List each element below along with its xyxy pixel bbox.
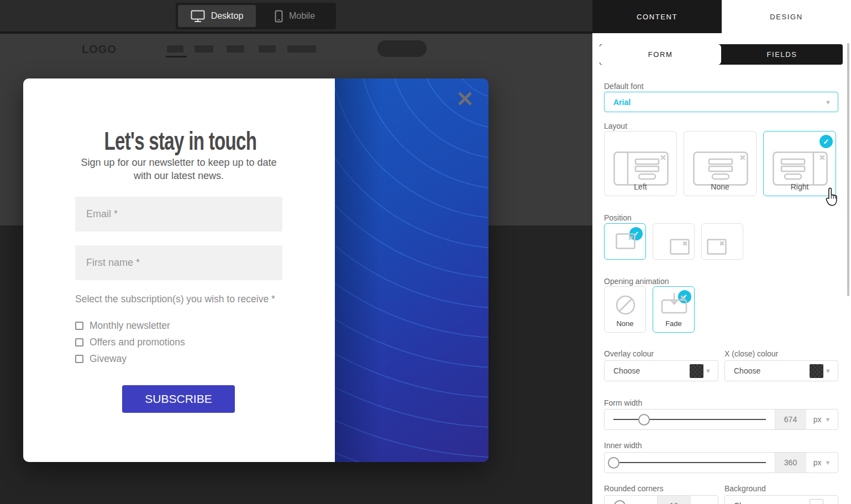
checkbox-giveway[interactable]: Giveway — [75, 353, 127, 365]
rounded-corners-unit: px — [700, 501, 708, 504]
position-option-bottom-left[interactable] — [701, 223, 743, 260]
animation-options: None ✓ Fade — [604, 286, 695, 333]
layout-none-icon — [693, 151, 748, 186]
animation-option-none[interactable]: None — [604, 286, 646, 333]
popup-preview: Let's stay in touch Sign up for our news… — [23, 78, 488, 462]
nav-placeholder — [195, 45, 213, 53]
close-colour-select[interactable]: Choose ▼ — [724, 360, 838, 381]
checkbox-label: Monthly newsletter — [90, 320, 170, 332]
slider-handle[interactable] — [608, 457, 619, 469]
checkbox-label: Giveway — [90, 353, 127, 365]
form-width-unit-select[interactable]: px ▼ — [806, 410, 838, 429]
tab-content[interactable]: CONTENT — [592, 0, 722, 33]
position-options: ✓ — [604, 223, 743, 260]
background-swatch — [810, 499, 823, 504]
form-width-slider[interactable] — [605, 410, 775, 429]
subtab-fields[interactable]: FIELDS — [721, 44, 843, 65]
default-font-value: Arial — [613, 98, 631, 107]
inner-width-slider[interactable] — [605, 453, 775, 473]
checkbox-icon[interactable] — [75, 338, 83, 347]
email-field[interactable] — [75, 197, 282, 232]
animation-option-label: Fade — [653, 319, 694, 328]
mobile-toggle-label: Mobile — [289, 11, 315, 21]
position-mini-window-icon — [707, 239, 727, 255]
app-window: Desktop Mobile LOGO — [0, 0, 851, 504]
chevron-down-icon: ▼ — [825, 99, 831, 106]
desktop-toggle-button[interactable]: Desktop — [178, 5, 256, 27]
rounded-corners-value[interactable]: 10 — [657, 496, 690, 504]
layout-option-label: Right — [764, 182, 836, 191]
close-icon[interactable] — [457, 91, 473, 107]
chevron-down-icon: ▼ — [825, 368, 831, 374]
inner-width-unit-select[interactable]: px ▼ — [806, 453, 838, 473]
position-label: Position — [604, 213, 632, 222]
device-toggle: Desktop Mobile — [176, 3, 336, 29]
overlay-colour-value: Choose — [613, 366, 640, 375]
checkbox-icon[interactable] — [75, 322, 83, 330]
chevron-down-icon: ▼ — [824, 459, 831, 466]
overlay-colour-label: Overlay colour — [604, 349, 654, 358]
fade-in-icon — [661, 293, 687, 314]
close-colour-value: Choose — [734, 366, 760, 375]
top-toolbar: Desktop Mobile — [0, 0, 592, 32]
checkbox-offers-promotions[interactable]: Offers and promotions — [75, 337, 185, 348]
rounded-corners-unit-select[interactable]: px — [690, 496, 718, 504]
animation-option-fade[interactable]: ✓ Fade — [653, 286, 695, 333]
layout-options: Left None ✓ — [604, 131, 836, 196]
none-slash-icon — [614, 294, 637, 316]
sidebar-tabs: CONTENT DESIGN — [592, 0, 851, 33]
close-colour-swatch — [810, 364, 823, 378]
close-colour-label: X (close) colour — [724, 349, 778, 358]
inner-width-value[interactable]: 360 — [775, 453, 806, 473]
tab-design[interactable]: DESIGN — [722, 0, 851, 33]
mobile-phone-icon — [275, 10, 283, 23]
nav-placeholder — [167, 45, 183, 53]
popup-form-panel: Let's stay in touch Sign up for our news… — [23, 78, 335, 462]
slider-track — [613, 462, 766, 463]
mobile-toggle-button[interactable]: Mobile — [256, 5, 334, 27]
checkbox-label: Offers and promotions — [90, 337, 185, 348]
checkbox-monthly-newsletter[interactable]: Monthly newsletter — [75, 320, 170, 332]
site-logo: LOGO — [82, 43, 117, 56]
default-font-select[interactable]: Arial ▼ — [604, 92, 838, 112]
layout-option-left[interactable]: Left — [604, 131, 677, 196]
overlay-colour-swatch — [690, 364, 703, 378]
opening-animation-label: Opening animation — [604, 277, 669, 286]
rounded-corners-control: 10 px — [604, 495, 718, 504]
layout-option-right[interactable]: ✓ Right — [763, 131, 836, 196]
background-value: Choose — [734, 501, 760, 504]
slider-handle[interactable] — [638, 414, 650, 426]
layout-left-icon — [613, 151, 669, 186]
subtab-form[interactable]: FORM — [600, 44, 721, 65]
animation-option-label: None — [605, 319, 645, 328]
layout-option-label: Left — [605, 182, 676, 191]
popup-title: Let's stay in touch — [104, 126, 254, 156]
background-select[interactable]: Choose ▼ — [724, 495, 838, 504]
inner-width-control: 360 px ▼ — [604, 452, 838, 473]
form-width-value[interactable]: 674 — [775, 410, 806, 429]
popup-subtitle: Sign up for our newsletter to keep up to… — [75, 156, 282, 183]
nav-placeholder — [287, 45, 316, 53]
chevron-down-icon: ▼ — [824, 416, 831, 423]
position-mini-window-icon — [670, 239, 690, 255]
first-name-field[interactable] — [75, 245, 282, 280]
slider-handle[interactable] — [614, 500, 626, 504]
sidebar-scrollbar[interactable] — [847, 43, 849, 296]
checkbox-icon[interactable] — [75, 355, 83, 363]
position-option-top-left[interactable]: ✓ — [604, 223, 646, 260]
site-cta-placeholder — [377, 40, 427, 57]
subscribe-button[interactable]: SUBSCRIBE — [122, 385, 235, 413]
design-panel: FORM FIELDS Default font Arial ▼ Layout … — [592, 33, 851, 504]
position-mini-window-icon — [616, 233, 635, 249]
overlay-colour-select[interactable]: Choose ▼ — [604, 360, 718, 381]
layout-label: Layout — [604, 122, 627, 130]
form-fields-switch: FORM FIELDS — [600, 44, 843, 65]
rounded-corners-slider[interactable] — [605, 496, 657, 504]
selected-check-icon: ✓ — [820, 135, 833, 148]
position-option-bottom-right[interactable] — [653, 223, 695, 260]
rounded-corners-label: Rounded corners — [604, 484, 663, 493]
form-width-control: 674 px ▼ — [604, 409, 838, 430]
desktop-toggle-label: Desktop — [211, 11, 244, 21]
desktop-monitor-icon — [191, 10, 205, 23]
layout-option-none[interactable]: None — [684, 131, 757, 196]
